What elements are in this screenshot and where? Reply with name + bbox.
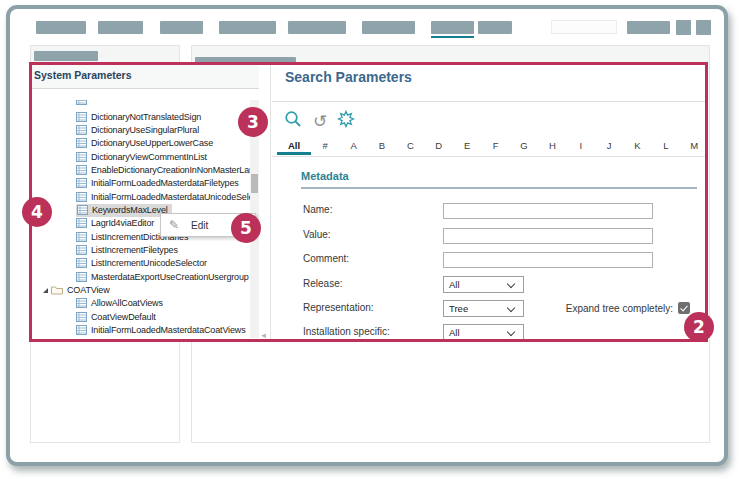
- tree-item[interactable]: InitialFormLoadedMasterdataUnicodeSele: [76, 190, 250, 203]
- nav-item-placeholder[interactable]: [627, 21, 670, 34]
- tree-item-label: DictionaryViewCommentInList: [91, 152, 207, 162]
- value-label: Value:: [303, 229, 331, 240]
- chevron-down-icon: [507, 280, 515, 288]
- nav-item-placeholder[interactable]: [98, 21, 143, 34]
- tree-item-label: DictionaryUseUpperLowerCase: [91, 138, 213, 148]
- expand-tree-checkbox[interactable]: [678, 302, 690, 314]
- tab-i[interactable]: I: [567, 139, 595, 155]
- table-icon: [76, 165, 87, 175]
- tree-item-label: CoatViewDefault: [91, 312, 156, 322]
- splitter-collapse-icon[interactable]: ◂: [257, 329, 270, 341]
- table-icon: [76, 138, 87, 148]
- nav-item-placeholder[interactable]: [478, 21, 512, 34]
- table-icon: [76, 245, 87, 255]
- nav-button-placeholder[interactable]: [676, 20, 691, 35]
- nav-item-placeholder[interactable]: [362, 21, 415, 34]
- tree-item-label: InitialFormLoadedMasterdataUnicodeSele: [91, 192, 250, 202]
- tab-all[interactable]: All: [277, 139, 311, 155]
- tree-item-label: InitialFormLoadedMasterdataCoatViews: [91, 325, 246, 335]
- tab-a[interactable]: A: [339, 139, 367, 155]
- tree-item[interactable]: EnableDictionaryCreationInNonMasterLan: [76, 163, 250, 176]
- active-nav-underline: [431, 36, 474, 38]
- tree-item-label: DictionaryUseSingularPlural: [91, 125, 199, 135]
- tab-j[interactable]: J: [595, 139, 623, 155]
- tab-e[interactable]: E: [453, 139, 481, 155]
- installation-specific-select[interactable]: All: [443, 324, 524, 341]
- table-icon: [76, 298, 87, 308]
- callout-step-4: 4: [22, 197, 52, 227]
- tab-f[interactable]: F: [481, 139, 509, 155]
- nav-item-placeholder[interactable]: [36, 21, 86, 34]
- search-toolbar: ↺: [284, 110, 355, 132]
- tree-item-label: LagrId4viaEditor: [91, 218, 154, 228]
- table-icon: [76, 178, 87, 188]
- tree-item[interactable]: CoatViewDefault: [76, 310, 156, 323]
- nav-item-placeholder[interactable]: [288, 21, 346, 34]
- table-icon: [76, 272, 87, 282]
- tab-h[interactable]: H: [538, 139, 566, 155]
- tree-item-label: ListIncrementFiletypes: [91, 245, 178, 255]
- search-icon[interactable]: [284, 110, 303, 133]
- tree-item-label: EnableDictionaryCreationInNonMasterLan: [91, 165, 250, 175]
- nav-search-placeholder[interactable]: [551, 20, 617, 34]
- comment-field[interactable]: [443, 252, 653, 268]
- tree-item-clipped[interactable]: [76, 100, 91, 106]
- name-field[interactable]: [443, 203, 653, 219]
- table-icon: [76, 218, 87, 228]
- value-field[interactable]: [443, 228, 653, 244]
- table-icon: [76, 325, 87, 335]
- tree-item-label: AllowAllCoatViews: [91, 298, 163, 308]
- nav-button-placeholder[interactable]: [696, 20, 711, 35]
- pane-divider[interactable]: [270, 64, 271, 340]
- table-icon: [76, 312, 87, 322]
- chevron-down-icon: [507, 328, 515, 336]
- tree-folder[interactable]: COATView: [43, 284, 109, 297]
- tree-item-selected[interactable]: KeywordsMaxLevel: [76, 204, 172, 217]
- release-select[interactable]: All: [443, 276, 524, 293]
- tree-item[interactable]: MasterdataExportUseCreationUsergroup: [76, 270, 249, 283]
- nav-item-placeholder[interactable]: [219, 21, 276, 34]
- tab-l[interactable]: L: [652, 139, 680, 155]
- tree-item[interactable]: DictionaryUseUpperLowerCase: [76, 137, 213, 150]
- tree-item[interactable]: ListIncrementUnicodeSelector: [76, 257, 207, 270]
- release-select-value: All: [449, 279, 460, 290]
- callout-step-3: 3: [238, 107, 268, 137]
- table-icon: [76, 100, 87, 105]
- title-separator: [272, 101, 707, 102]
- tree-item[interactable]: InitialFormLoadedMasterdataFiletypes: [76, 177, 239, 190]
- tab-hash[interactable]: #: [311, 139, 339, 155]
- tab-b[interactable]: B: [368, 139, 396, 155]
- tree-item[interactable]: DictionaryViewCommentInList: [76, 150, 207, 163]
- panel-title-placeholder: [34, 51, 98, 61]
- context-menu-item-edit[interactable]: Edit: [191, 220, 208, 231]
- expanded-node-icon[interactable]: [43, 288, 48, 293]
- tree-item-label: KeywordsMaxLevel: [92, 205, 168, 215]
- tree-item-label: DictionaryNotTranslatedSign: [91, 112, 201, 122]
- tab-d[interactable]: D: [425, 139, 453, 155]
- nav-item-placeholder[interactable]: [160, 21, 203, 34]
- tree-item[interactable]: ListIncrementFiletypes: [76, 244, 178, 257]
- tab-m[interactable]: M: [680, 139, 708, 155]
- installation-specific-label: Installation specific:: [303, 326, 390, 337]
- alphabet-tabs: All # A B C D E F G H I J K L M: [277, 139, 708, 155]
- burst-icon[interactable]: [337, 110, 355, 132]
- tree-item-label: MasterdataExportUseCreationUsergroup: [91, 272, 249, 282]
- tab-g[interactable]: G: [510, 139, 538, 155]
- tab-k[interactable]: K: [623, 139, 651, 155]
- nav-item-placeholder-active[interactable]: [431, 21, 474, 34]
- callout-step-5: 5: [231, 213, 261, 243]
- tree-item[interactable]: LagrId4viaEditor: [76, 217, 154, 230]
- page-title: Search Parameters: [285, 69, 412, 85]
- tab-c[interactable]: C: [396, 139, 424, 155]
- tree-item[interactable]: DictionaryNotTranslatedSign: [76, 110, 201, 123]
- tree-item[interactable]: DictionaryUseSingularPlural: [76, 123, 199, 136]
- undo-icon[interactable]: ↺: [313, 113, 327, 130]
- representation-select[interactable]: Tree: [443, 300, 524, 317]
- background-left-panel-header: [31, 46, 179, 66]
- table-icon: [76, 258, 87, 268]
- screenshot-canvas: System Parameters DictionaryNotTranslate…: [0, 0, 741, 479]
- tree-item[interactable]: AllowAllCoatViews: [76, 297, 163, 310]
- tree-item[interactable]: InitialFormLoadedMasterdataCoatViews: [76, 324, 246, 337]
- chevron-down-icon: [507, 304, 515, 312]
- scrollbar-thumb[interactable]: [251, 174, 258, 193]
